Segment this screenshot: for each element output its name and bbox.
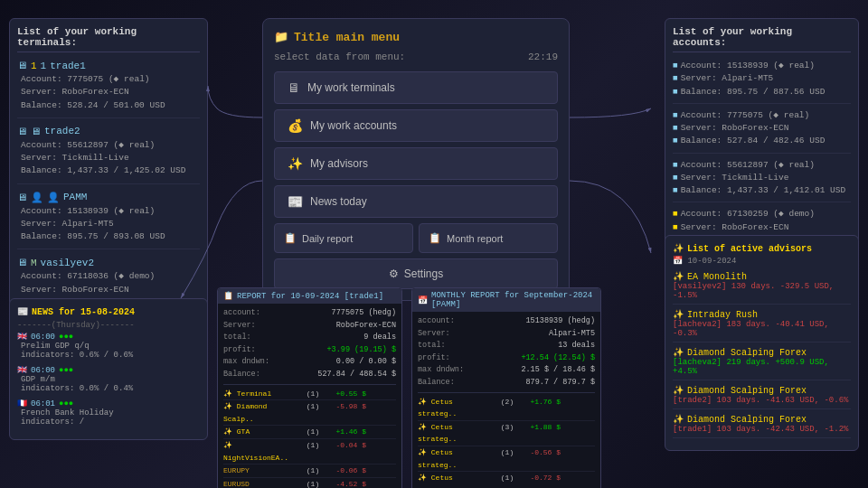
monthly-report-button[interactable]: 📋 Month report bbox=[419, 223, 558, 253]
main-title: Title main menu bbox=[294, 31, 400, 44]
daily-row-1: ✨ Diamond Scalp.. (1) -5.98 $ bbox=[223, 400, 396, 426]
account-item-0: ■ Account: 15138939 (◆ real) ■ Server: A… bbox=[673, 60, 851, 104]
terminal-icon-1: 🖥 bbox=[17, 60, 27, 71]
news-divider: -------(Thursday)------- bbox=[17, 321, 200, 330]
terminal-trade1: 🖥 1 1 trade1 Account: 7775075 (◆ real) S… bbox=[17, 60, 200, 118]
folder-icon: 📁 bbox=[274, 30, 288, 44]
daily-label: Daily report bbox=[302, 233, 353, 244]
terminals-button[interactable]: 🖥 My work terminals bbox=[274, 71, 558, 104]
settings-label: Settings bbox=[404, 267, 443, 280]
daily-icon: 📋 bbox=[284, 232, 297, 244]
advisor-0: ✨ EA Monolith [vasilyev2] 130 days. -329… bbox=[673, 271, 851, 305]
accounts-label: My work accounts bbox=[310, 119, 397, 132]
daily-row-0: ✨ Terminal (1) +0.55 $ bbox=[223, 388, 396, 401]
news-flag-1: 🇬🇧 bbox=[17, 365, 27, 375]
terminal-icon-3a: 🖥 bbox=[17, 192, 27, 203]
monthly-report-header: 📅 MONTHLY REPORT for September-2024 [PAM… bbox=[412, 288, 600, 312]
advisor-3: ✨ Diamond Scalping Forex [trade2] 103 da… bbox=[673, 385, 851, 409]
monthly-label: Month report bbox=[447, 233, 503, 244]
advisor-4: ✨ Diamond Scalping Forex [trade1] 103 da… bbox=[673, 414, 851, 438]
monthly-row-2: ✨ Cetus strateg.. (1) -0.56 $ bbox=[418, 446, 595, 472]
terminal-icon-3b: 👤 bbox=[31, 192, 43, 203]
account-item-2: ■ Account: 55612897 (◆ real) ■ Server: T… bbox=[673, 159, 851, 203]
advisor-1: ✨ Intraday Rush [lacheva2] 183 days. -40… bbox=[673, 309, 851, 343]
monthly-report-window: 📅 MONTHLY REPORT for September-2024 [PAM… bbox=[411, 287, 601, 488]
news-flag-0: 🇬🇧 bbox=[17, 332, 27, 342]
daily-row-5: EURUSD (1) -4.52 $ bbox=[223, 478, 396, 488]
report-buttons-row: 📋 Daily report 📋 Month report bbox=[274, 223, 558, 253]
news-button[interactable]: 📰 News today bbox=[274, 185, 558, 218]
news-item-1: 🇬🇧 06:00 ●●● GDP m/m indicators: 0.0% / … bbox=[17, 365, 200, 393]
news-item-0: 🇬🇧 06:00 ●●● Prelim GDP q/q indicators: … bbox=[17, 332, 200, 360]
news-flag-2: 🇫🇷 bbox=[17, 399, 27, 408]
monthly-row-0: ✨ Cetus strateg.. (2) +1.76 $ bbox=[418, 396, 595, 421]
terminal-icon-2a: 🖥 bbox=[17, 126, 27, 137]
news-panel: 📰 NEWS for 15-08-2024 -------(Thursday)-… bbox=[9, 298, 208, 440]
select-prompt-text: select data from menu: bbox=[274, 52, 405, 62]
daily-row-3: ✨ NightVisionEA.. (1) -0.04 $ bbox=[223, 439, 396, 465]
terminals-panel: List of your working terminals: 🖥 1 1 tr… bbox=[9, 18, 208, 330]
advisor-date: 📅 10-09-2024 bbox=[673, 256, 851, 266]
news-item-2: 🇫🇷 06:01 ●●● French Bank Holiday indicat… bbox=[17, 399, 200, 427]
select-prompt-row: select data from menu: 22:19 bbox=[274, 52, 558, 62]
terminals-label: My work terminals bbox=[307, 81, 395, 94]
news-label: News today bbox=[310, 195, 367, 208]
terminals-icon: 🖥 bbox=[288, 80, 300, 95]
news-icon: 📰 bbox=[288, 194, 303, 209]
terminal-trade1-name: 🖥 1 1 trade1 bbox=[17, 60, 200, 71]
daily-report-button[interactable]: 📋 Daily report bbox=[274, 223, 413, 253]
daily-row-2: ✨ GTA (1) +1.46 $ bbox=[223, 426, 396, 439]
settings-icon: ⚙ bbox=[389, 267, 399, 280]
monthly-row-3: ✨ Cetus strateg.. (1) -0.72 $ bbox=[418, 472, 595, 488]
terminal-trade2: 🖥 🖥 trade2 Account: 55612897 (◆ real) Se… bbox=[17, 126, 200, 184]
accounts-panel: List of your working accounts: ■ Account… bbox=[665, 18, 859, 265]
settings-button[interactable]: ⚙ Settings bbox=[274, 258, 558, 289]
advisor-star-icon: ✨ bbox=[673, 243, 684, 254]
monthly-row-1: ✨ Cetus strateg.. (3) +1.88 $ bbox=[418, 421, 595, 446]
terminal-label-m: M bbox=[31, 258, 37, 268]
terminals-panel-title: List of your working terminals: bbox=[17, 26, 200, 52]
advisors-icon: ✨ bbox=[288, 156, 303, 171]
daily-row-4: EURUPY (1) -0.06 $ bbox=[223, 465, 396, 478]
acct-sq-s0: ■ bbox=[673, 72, 678, 85]
daily-report-header: 📋 REPORT for 10-09-2024 [trade1] bbox=[218, 288, 401, 304]
account-item-1: ■ Account: 7775075 (◆ real) ■ Server: Ro… bbox=[673, 109, 851, 154]
terminal-pamm: 🖥 👤 👤 PAMM Account: 15138939 (◆ real) Se… bbox=[17, 192, 200, 250]
center-menu-panel: 📁 Title main menu select data from menu:… bbox=[262, 18, 570, 301]
advisor-2: ✨ Diamond Scalping Forex [lacheva2] 219 … bbox=[673, 347, 851, 380]
accounts-button[interactable]: 💰 My work accounts bbox=[274, 109, 558, 142]
terminal-icon-3c: 👤 bbox=[47, 192, 60, 203]
title-bar: 📁 Title main menu bbox=[274, 30, 558, 44]
accounts-icon: 💰 bbox=[288, 118, 303, 133]
advisors-button[interactable]: ✨ My advisors bbox=[274, 147, 558, 180]
current-time: 22:19 bbox=[528, 52, 558, 62]
advisors-list-panel: ✨ List of active advisors 📅 10-09-2024 ✨… bbox=[665, 235, 859, 451]
acct-sq-b0: ■ bbox=[673, 86, 678, 99]
daily-report-window: 📋 REPORT for 10-09-2024 [trade1] account… bbox=[217, 287, 402, 488]
monthly-icon: 📋 bbox=[429, 232, 441, 244]
accounts-panel-title: List of your working accounts: bbox=[673, 26, 851, 52]
news-panel-title: 📰 NEWS for 15-08-2024 bbox=[17, 306, 200, 317]
acct-square-0: ■ bbox=[673, 60, 678, 72]
terminal-icon-4: 🖥 bbox=[17, 257, 27, 268]
news-flag-icon: 📰 bbox=[17, 306, 28, 317]
advisors-label: My advisors bbox=[310, 157, 368, 170]
terminal-icon-2b: 🖥 bbox=[31, 126, 41, 137]
